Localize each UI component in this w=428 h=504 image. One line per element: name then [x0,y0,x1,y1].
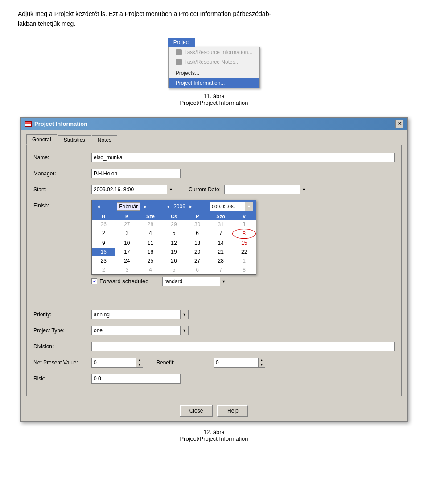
cal-day[interactable]: 2 [92,229,115,239]
cal-day[interactable]: 20 [185,248,209,256]
calendar-input[interactable] [162,277,220,286]
cal-day[interactable]: 28 [209,256,233,265]
menu-project-information[interactable]: Project Information... [169,78,260,88]
cal-day[interactable]: 28 [139,220,162,229]
cal-day[interactable]: 29 [162,220,186,229]
cal-day[interactable]: 3 [115,265,139,274]
start-input[interactable] [91,185,167,194]
help-button[interactable]: Help [217,405,248,417]
name-input[interactable] [91,153,395,162]
priority-arrow[interactable]: ▼ [181,310,189,319]
cal-day[interactable]: 21 [209,248,233,256]
forward-scheduled-checkbox[interactable]: ✓ [91,278,97,284]
cal-day[interactable]: 30 [185,220,209,229]
npv-decrement[interactable]: ▼ [136,363,143,367]
current-date-arrow[interactable]: ▼ [300,185,308,194]
cal-day-selected[interactable]: 16 [92,248,115,256]
project-type-input[interactable] [91,326,181,335]
cal-day[interactable]: 1 [232,256,256,265]
cal-day[interactable]: 5 [162,265,186,274]
risk-label: Risk: [33,376,91,382]
cal-day[interactable]: 13 [185,239,209,248]
menu-item-project[interactable]: Project [168,38,195,47]
dialog-content: General Statistics Notes Name: Manager: [21,130,407,401]
priority-label: Priority: [33,311,91,318]
cal-day[interactable]: 12 [162,239,186,248]
cal-day[interactable]: 27 [185,256,209,265]
project-type-arrow[interactable]: ▼ [181,326,189,335]
cal-month-display[interactable]: Február [117,202,140,211]
name-row: Name: [33,152,395,163]
cal-day[interactable]: 9 [92,239,115,248]
cal-day[interactable]: 11 [139,239,162,248]
benefit-input[interactable] [214,358,258,368]
cal-day[interactable]: 6 [185,265,209,274]
cal-day[interactable]: 19 [162,248,186,256]
npv-input[interactable] [91,358,136,368]
cal-day-today[interactable]: 15 [232,239,256,248]
npv-label: Net Present Value: [33,359,91,366]
cal-day[interactable]: 18 [139,248,162,256]
menu-projects[interactable]: Projects... [169,68,260,78]
finish-date-arrow[interactable]: ▼ [245,202,253,211]
cal-day[interactable]: 5 [162,229,186,239]
cal-day[interactable]: 10 [115,239,139,248]
finish-date-input[interactable] [210,202,245,211]
close-dialog-button[interactable]: Close [180,405,213,417]
cal-day[interactable]: 26 [162,256,186,265]
cal-day[interactable]: 7 [209,229,233,239]
benefit-increment[interactable]: ▲ [259,358,265,363]
tab-general[interactable]: General [26,134,57,145]
benefit-label: Benefit: [156,359,210,366]
tab-statistics[interactable]: Statistics [58,135,91,145]
cal-day-circled[interactable]: 8 [232,229,256,239]
cal-day[interactable]: 4 [139,229,162,239]
cal-day[interactable]: 4 [139,265,162,274]
cal-day[interactable]: 6 [185,229,209,239]
cal-next-year-btn[interactable]: ► [187,204,195,209]
caption1: 11. ábra Project/Project Information [18,93,410,106]
cal-day[interactable]: 3 [115,229,139,239]
cal-day[interactable]: 27 [115,220,139,229]
cal-prev-year-btn[interactable]: ◄ [164,204,172,209]
calendar-arrow[interactable]: ▼ [220,277,228,286]
start-arrow[interactable]: ▼ [167,185,175,194]
benefit-decrement[interactable]: ▼ [259,363,265,367]
start-label: Start: [33,186,91,193]
cal-days-grid: 26 27 28 29 30 31 1 2 3 4 [92,220,256,274]
risk-input[interactable] [91,374,181,384]
cal-day[interactable]: 25 [139,256,162,265]
cal-day[interactable]: 22 [232,248,256,256]
cal-week-header: H K Sze Cs P Szo V [92,213,256,220]
cal-day[interactable]: 23 [92,256,115,265]
tab-notes[interactable]: Notes [92,135,117,145]
cal-day[interactable]: 24 [115,256,139,265]
cal-day[interactable]: 17 [115,248,139,256]
cal-header: ◄ Február ► ◄ 2009 ► [92,200,256,213]
current-date-label: Current Date: [189,186,221,193]
division-label: Division: [33,343,91,350]
cal-day[interactable]: 1 [232,220,256,229]
close-button[interactable]: ✕ [395,120,403,128]
cal-day[interactable]: 2 [92,265,115,274]
intro-line1: Adjuk meg a Projekt kezdetét is. Ezt a P… [18,10,271,17]
cal-next-month-btn[interactable]: ► [142,204,149,209]
current-date-input[interactable] [224,185,300,194]
cal-day[interactable]: 31 [209,220,233,229]
cal-wday-h: H [92,213,115,220]
priority-input[interactable] [91,310,181,319]
manager-input[interactable] [91,169,181,178]
division-input[interactable] [91,342,395,351]
cal-day[interactable]: 14 [209,239,233,248]
cal-wday-szo: Szo [209,213,233,220]
intro-line2: lakban tehetjük meg. [18,20,75,27]
cal-day[interactable]: 7 [209,265,233,274]
cal-day[interactable]: 26 [92,220,115,229]
cal-wday-sze: Sze [139,213,162,220]
dialog-title: Project Information [34,120,87,127]
finish-label: Finish: [33,202,91,209]
npv-increment[interactable]: ▲ [136,358,143,363]
cal-day[interactable]: 8 [232,265,256,274]
cal-wday-k: K [115,213,139,220]
cal-prev-month-btn[interactable]: ◄ [95,204,102,209]
